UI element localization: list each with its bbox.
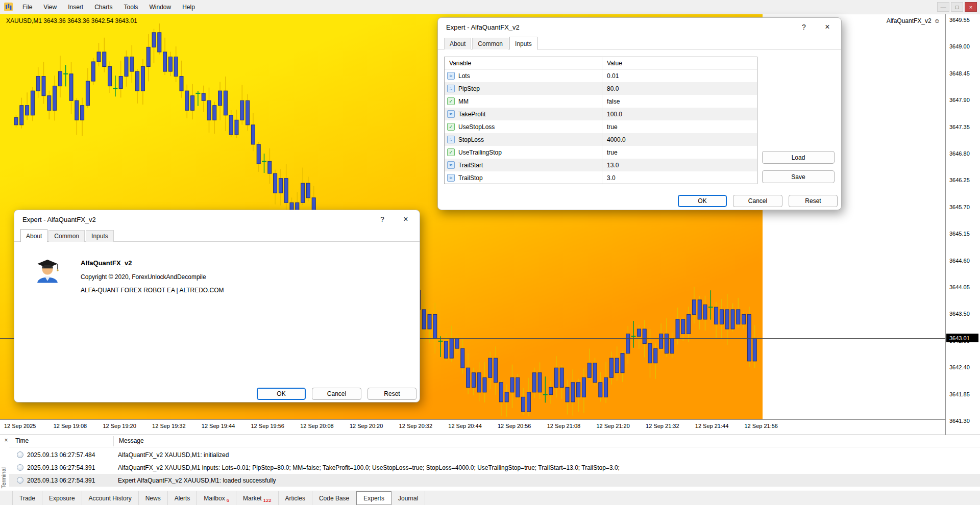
param-value[interactable]: 13.0 <box>602 162 757 169</box>
time-axis-label: 12 Sep 20:56 <box>498 423 531 429</box>
column-divider[interactable] <box>113 436 114 446</box>
param-row-lots[interactable]: ≈Lots0.01 <box>445 69 757 82</box>
param-row-pipstep[interactable]: ≈PipStep80.0 <box>445 82 757 95</box>
menu-item-charts[interactable]: Charts <box>89 0 118 14</box>
param-value[interactable]: 4000.0 <box>602 136 757 143</box>
param-value[interactable]: 0.01 <box>602 72 757 80</box>
tab-inputs[interactable]: Inputs <box>86 230 114 242</box>
param-name: MM <box>458 98 469 105</box>
param-name: TrailStop <box>458 174 483 182</box>
dialog-title: Expert - AlfaQuantFX_v2 <box>22 216 96 223</box>
time-axis-label: 12 Sep 21:20 <box>596 423 629 429</box>
terminal-tab-alerts[interactable]: Alerts <box>168 491 198 505</box>
terminal-tab-trade[interactable]: Trade <box>12 491 42 505</box>
column-value[interactable]: Value <box>602 57 757 69</box>
terminal-tab-market[interactable]: Market122 <box>236 491 279 505</box>
column-variable[interactable]: Variable <box>445 57 602 69</box>
terminal-tab-label: News <box>145 495 161 502</box>
price-axis-label: 3649.00 <box>949 43 970 49</box>
cancel-button[interactable]: Cancel <box>733 195 782 207</box>
help-icon[interactable]: ? <box>375 213 390 226</box>
param-name: PipStep <box>458 85 480 92</box>
close-icon[interactable]: × <box>397 213 414 226</box>
tab-inputs[interactable]: Inputs <box>509 37 537 49</box>
param-value[interactable]: 80.0 <box>602 85 757 92</box>
terminal-side-tab[interactable]: Terminal <box>1 467 7 489</box>
terminal-tab-label: Market <box>243 495 262 502</box>
ea-status-label[interactable]: AlfaQuantFX_v2 ☺ <box>887 17 940 24</box>
cancel-button[interactable]: Cancel <box>312 388 361 400</box>
menu-item-insert[interactable]: Insert <box>62 0 89 14</box>
column-time[interactable]: Time <box>15 437 29 444</box>
restore-button[interactable]: □ <box>951 2 963 12</box>
save-button[interactable]: Save <box>762 170 835 183</box>
ea-description-link[interactable]: ALFA-QUANT FOREX ROBOT EA | ALTREDO.COM <box>81 287 224 294</box>
param-value[interactable]: true <box>602 123 757 131</box>
terminal-tab-news[interactable]: News <box>139 491 168 505</box>
param-row-usestoploss[interactable]: ✓UseStopLosstrue <box>445 120 757 133</box>
price-axis-label: 3642.40 <box>949 364 970 370</box>
terminal-tab-label: Experts <box>363 495 384 502</box>
bool-param-icon: ✓ <box>447 148 455 156</box>
tab-common[interactable]: Common <box>472 38 508 49</box>
param-row-trailstop[interactable]: ≈TrailStop3.0 <box>445 171 757 184</box>
menu-bar: FileViewInsertChartsToolsWindowHelp — □ … <box>0 0 980 14</box>
inputs-table-body: ≈Lots0.01≈PipStep80.0✓MMfalse≈TakeProfit… <box>445 69 757 184</box>
terminal-tab-articles[interactable]: Articles <box>279 491 312 505</box>
param-value[interactable]: 100.0 <box>602 111 757 118</box>
minimize-button[interactable]: — <box>937 2 949 12</box>
tab-about[interactable]: About <box>20 229 47 242</box>
column-message[interactable]: Message <box>119 437 144 444</box>
terminal-tab-account-history[interactable]: Account History <box>82 491 139 505</box>
menu-item-view[interactable]: View <box>38 0 62 14</box>
log-row[interactable]: 2025.09.13 06:27:54.391AlfaQuantFX_v2 XA… <box>9 461 980 474</box>
reset-button[interactable]: Reset <box>368 388 416 400</box>
reset-button[interactable]: Reset <box>789 195 838 207</box>
time-axis[interactable]: 12 Sep 202512 Sep 19:0812 Sep 19:2012 Se… <box>0 419 945 435</box>
terminal-tab-journal[interactable]: Journal <box>391 491 425 505</box>
tab-about[interactable]: About <box>444 38 471 49</box>
price-axis-label: 3646.25 <box>949 177 970 183</box>
ok-button[interactable]: OK <box>678 195 727 207</box>
time-axis-label: 12 Sep 20:44 <box>448 423 481 429</box>
terminal-log-list: 2025.09.13 06:27:57.484AlfaQuantFX_v2 XA… <box>9 448 980 487</box>
param-value[interactable]: false <box>602 98 757 105</box>
log-row[interactable]: 2025.09.13 06:27:54.391Expert AlfaQuantF… <box>9 474 980 487</box>
close-icon[interactable]: × <box>819 20 836 34</box>
help-icon[interactable]: ? <box>796 20 812 34</box>
time-axis-label: 12 Sep 21:44 <box>695 423 728 429</box>
load-button[interactable]: Load <box>762 151 835 164</box>
log-message: Expert AlfaQuantFX_v2 XAUUSD,M1: loaded … <box>118 477 276 484</box>
param-row-trailstart[interactable]: ≈TrailStart13.0 <box>445 159 757 171</box>
log-row[interactable]: 2025.09.13 06:27:57.484AlfaQuantFX_v2 XA… <box>9 448 980 461</box>
terminal-tab-code-base[interactable]: Code Base <box>312 491 356 505</box>
terminal-tab-experts[interactable]: Experts <box>356 491 391 505</box>
menu-item-window[interactable]: Window <box>144 0 177 14</box>
param-row-takeprofit[interactable]: ≈TakeProfit100.0 <box>445 108 757 120</box>
menu-item-file[interactable]: File <box>17 0 38 14</box>
dialog-titlebar[interactable]: Expert - AlfaQuantFX_v2 ? × <box>14 210 420 229</box>
terminal-tab-mailbox[interactable]: Mailbox6 <box>197 491 236 505</box>
terminal-tab-label: Journal <box>398 495 418 502</box>
param-name: UseTrailingStop <box>458 149 502 156</box>
app-chart-icon[interactable] <box>4 3 13 11</box>
terminal-tab-exposure[interactable]: Exposure <box>42 491 82 505</box>
param-value[interactable]: 3.0 <box>602 174 757 182</box>
terminal-tab-bar: TradeExposureAccount HistoryNewsAlertsMa… <box>0 491 980 505</box>
terminal-close-button[interactable]: × <box>3 437 10 444</box>
terminal-tab-label: Code Base <box>319 495 349 502</box>
param-row-usetrailingstop[interactable]: ✓UseTrailingStoptrue <box>445 146 757 159</box>
ea-name-text: AlfaQuantFX_v2 <box>81 259 132 267</box>
menu-item-tools[interactable]: Tools <box>118 0 144 14</box>
tab-common[interactable]: Common <box>48 230 85 242</box>
param-row-mm[interactable]: ✓MMfalse <box>445 95 757 108</box>
menu-item-help[interactable]: Help <box>177 0 201 14</box>
close-button[interactable]: × <box>965 2 977 12</box>
ea-copyright-text: Copyright © 2020, ForexUnlockAndDecompil… <box>81 273 206 281</box>
param-row-stoploss[interactable]: ≈StopLoss4000.0 <box>445 133 757 146</box>
price-axis[interactable]: 3649.553649.003648.453647.903647.353646.… <box>945 14 980 435</box>
ok-button[interactable]: OK <box>257 388 306 400</box>
param-value[interactable]: true <box>602 149 757 156</box>
dialog-titlebar[interactable]: Expert - AlfaQuantFX_v2 ? × <box>438 18 841 36</box>
ea-name: AlfaQuantFX_v2 <box>887 17 932 24</box>
